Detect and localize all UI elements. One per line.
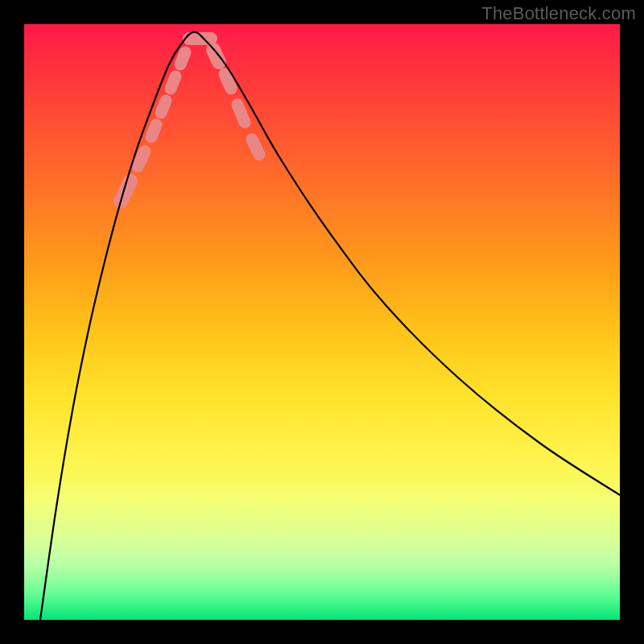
watermark-text: TheBottleneck.com	[481, 3, 636, 24]
bottleneck-curve	[40, 32, 620, 620]
marker-dot	[166, 100, 171, 105]
curve-svg	[24, 24, 620, 620]
plot-area	[24, 24, 620, 620]
marker-segment	[237, 105, 245, 122]
marker-segment	[161, 101, 166, 113]
chart-frame: TheBottleneck.com	[0, 0, 644, 644]
marker-layer	[121, 39, 265, 201]
marker-segment	[171, 76, 175, 89]
marker-segment	[225, 74, 231, 89]
marker-segment	[138, 151, 145, 167]
marker-dot	[259, 154, 265, 159]
marker-segment	[151, 125, 156, 137]
marker-segment	[252, 139, 259, 155]
marker-segment	[180, 52, 185, 64]
